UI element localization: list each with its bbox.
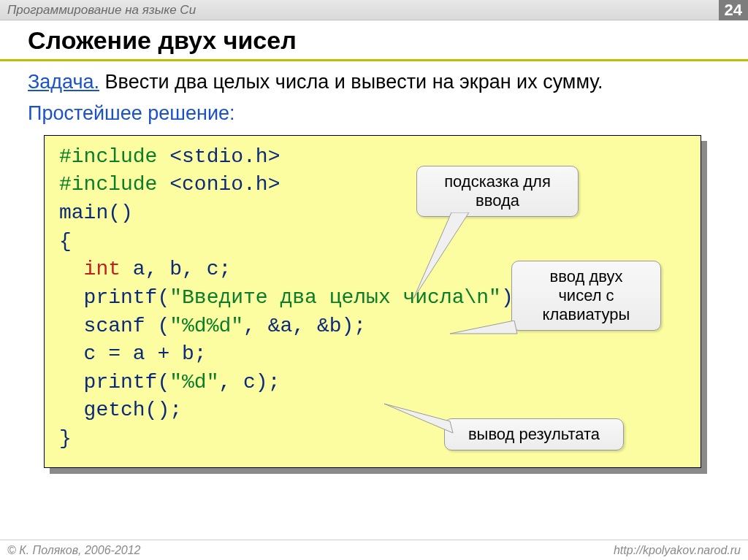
printf1-fn: printf( — [84, 286, 170, 309]
slide-heading: Сложение двух чисел — [0, 20, 748, 59]
getch: getch(); — [59, 399, 182, 421]
printf2-str: "%d" — [169, 371, 218, 394]
callout-output-text: вывод результата — [468, 425, 600, 443]
callout-hint-line1: подсказка для — [429, 172, 566, 191]
callout-input-line1: ввод двух — [524, 267, 649, 286]
brace-open: { — [59, 230, 72, 253]
simplest-label: Простейшее решение: — [28, 102, 720, 125]
hdr-stdio: <stdio.h> — [157, 145, 280, 168]
slide: Программирование на языке Си 24 Сложение… — [0, 0, 748, 560]
kw-include: #include — [59, 145, 157, 168]
callout-input-line2: чисел с — [524, 286, 649, 305]
header: Программирование на языке Си 24 — [0, 0, 748, 20]
task-body: Ввести два целых числа и вывести на экра… — [99, 71, 603, 93]
callout-hint-line2: ввода — [429, 191, 566, 210]
callout-input-hint: подсказка для ввода — [416, 166, 579, 217]
footer-copyright: © К. Поляков, 2006-2012 — [7, 544, 140, 557]
footer-url: http://kpolyakov.narod.ru — [614, 544, 741, 557]
main-decl: main() — [59, 202, 133, 224]
brace-close: } — [59, 427, 72, 450]
printf2-end: , c); — [218, 371, 280, 394]
task-text: Задача. Ввести два целых числа и вывести… — [28, 70, 720, 95]
kw-int: int — [84, 258, 121, 280]
scanf-fn: scanf ( — [84, 315, 170, 337]
page-number: 24 — [719, 0, 748, 20]
hdr-conio: <conio.h> — [157, 173, 280, 196]
int-vars: a, b, c; — [121, 258, 231, 280]
scanf-str: "%d%d" — [169, 315, 243, 337]
callout-input-line3: клавиатуры — [524, 305, 649, 324]
kw-include2: #include — [59, 173, 157, 196]
callout-output: вывод результата — [444, 418, 624, 450]
header-title: Программирование на языке Си — [7, 3, 196, 18]
footer: © К. Поляков, 2006-2012 http://kpolyakov… — [0, 540, 748, 560]
printf1-str: "Введите два целых числа\n" — [169, 286, 501, 309]
printf2-fn: printf( — [84, 371, 170, 394]
assign: c = a + b; — [59, 342, 207, 365]
scanf-end: , &a, &b); — [243, 315, 366, 337]
content: Задача. Ввести два целых числа и вывести… — [0, 61, 748, 540]
code-block: #include <stdio.h> #include <conio.h> ma… — [44, 135, 701, 468]
task-label: Задача. — [28, 71, 99, 93]
callout-keyboard-input: ввод двух чисел с клавиатуры — [511, 261, 661, 331]
